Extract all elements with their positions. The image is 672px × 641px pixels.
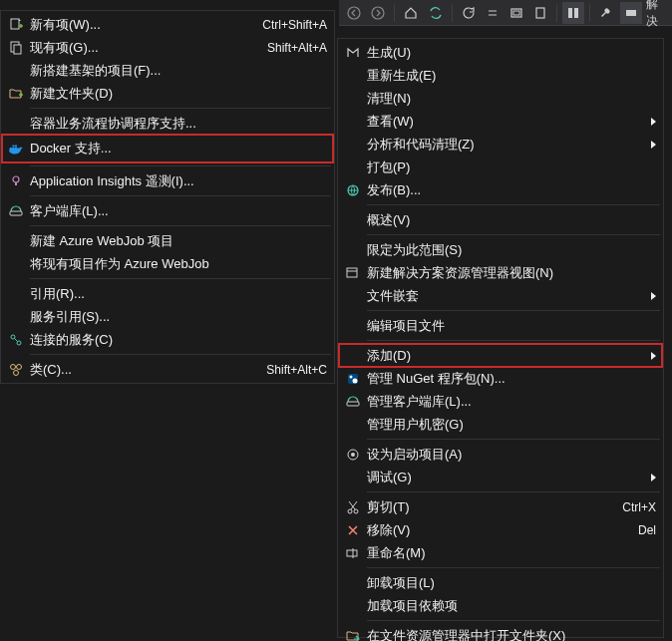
properties-icon[interactable] — [529, 2, 551, 24]
preview-icon[interactable] — [562, 2, 584, 24]
menu-item[interactable]: 查看(W) — [339, 110, 662, 133]
menu-item-shortcut: Ctrl+X — [612, 500, 656, 514]
menu-item[interactable]: 新建解决方案资源管理器视图(N) — [339, 261, 662, 284]
menu-item[interactable]: 新建文件夹(D) — [2, 82, 333, 105]
svg-rect-24 — [347, 268, 357, 277]
menu-item-shortcut: Ctrl+Shift+A — [252, 18, 327, 32]
menu-item[interactable]: 清理(N) — [339, 87, 662, 110]
collapse-icon[interactable] — [482, 2, 504, 24]
menu-item-label: 发布(B)... — [367, 181, 656, 199]
menu-item-label: 调试(G) — [367, 469, 645, 486]
menu-item[interactable]: 现有项(G)...Shift+Alt+A — [2, 36, 333, 59]
menu-item-label: 连接的服务(C) — [30, 331, 327, 349]
refresh-icon[interactable] — [458, 2, 480, 24]
menu-item-label: 卸载项目(L) — [367, 574, 656, 592]
menu-item[interactable]: 新搭建基架的项目(F)... — [2, 59, 333, 82]
cut-icon — [339, 499, 367, 515]
submenu-arrow-icon — [651, 118, 656, 126]
menu-item[interactable]: 分析和代码清理(Z) — [339, 133, 662, 156]
menu-item-shortcut: Del — [628, 523, 656, 537]
wrench-icon[interactable] — [595, 2, 617, 24]
menu-item-label: 类(C)... — [30, 361, 256, 379]
menu-item[interactable]: 加载项目依赖项 — [339, 594, 662, 617]
menu-item[interactable]: 连接的服务(C) — [2, 328, 333, 351]
menu-item[interactable]: 剪切(T)Ctrl+X — [339, 495, 662, 518]
svg-rect-14 — [13, 146, 15, 148]
menu-item[interactable]: 限定为此范围(S) — [339, 238, 662, 261]
menu-item-label: 新建 Azure WebJob 项目 — [30, 232, 327, 250]
menu-item-label: 管理客户端库(L)... — [367, 393, 656, 411]
menu-item-label: 分析和代码清理(Z) — [367, 136, 645, 154]
menu-item-label: 编辑项目文件 — [367, 317, 656, 335]
show-all-icon[interactable] — [505, 2, 527, 24]
menu-item[interactable]: 概述(V) — [339, 208, 662, 231]
menu-item[interactable]: 管理客户端库(L)... — [339, 390, 662, 413]
menu-item[interactable]: 管理用户机密(G) — [339, 413, 662, 436]
submenu-arrow-icon — [651, 474, 656, 481]
toggle-icon[interactable] — [620, 2, 642, 24]
menu-item-label: 移除(V) — [367, 521, 628, 539]
sync-icon[interactable] — [424, 2, 446, 24]
menu-item[interactable]: 类(C)...Shift+Alt+C — [2, 358, 333, 381]
menu-item[interactable]: 设为启动项目(A) — [339, 443, 662, 466]
menu-item-label: 剪切(T) — [367, 498, 612, 516]
nuget-icon — [339, 371, 367, 387]
menu-item-label: 客户端库(L)... — [30, 202, 327, 220]
menu-item[interactable]: 编辑项目文件 — [339, 314, 662, 337]
menu-item[interactable]: 客户端库(L)... — [2, 199, 333, 222]
menu-item[interactable]: 调试(G) — [339, 466, 662, 488]
app-insights-icon — [2, 173, 30, 189]
menu-item[interactable]: 管理 NuGet 程序包(N)... — [339, 367, 662, 390]
svg-rect-5 — [568, 8, 572, 18]
svg-rect-17 — [10, 211, 22, 215]
submenu-arrow-icon — [651, 352, 656, 360]
menu-item-label: 新有项(W)... — [30, 16, 252, 34]
svg-point-32 — [354, 509, 358, 513]
startup-icon — [339, 447, 367, 463]
menu-item-label: 引用(R)... — [30, 285, 327, 303]
top-toolbar: 解决 — [339, 0, 672, 26]
menu-item[interactable]: 重新生成(E) — [339, 64, 662, 87]
rename-icon — [339, 545, 367, 561]
menu-item[interactable]: 将现有项目作为 Azure WebJob — [2, 252, 333, 275]
menu-item[interactable]: 发布(B)... — [339, 178, 662, 201]
svg-point-0 — [348, 7, 360, 19]
svg-rect-15 — [15, 146, 17, 148]
menu-item[interactable]: 容器业务流程协调程序支持... — [2, 112, 333, 135]
menu-item[interactable]: 打包(P) — [339, 156, 662, 178]
svg-point-21 — [17, 364, 22, 369]
menu-item[interactable]: 生成(U) — [339, 41, 662, 64]
menu-item[interactable]: 卸载项目(L) — [339, 571, 662, 594]
menu-item[interactable]: Application Insights 遥测(I)... — [2, 169, 333, 192]
menu-item-label: 限定为此范围(S) — [367, 241, 656, 259]
submenu-arrow-icon — [651, 141, 656, 149]
menu-item[interactable]: 文件嵌套 — [339, 284, 662, 307]
svg-point-20 — [11, 364, 16, 369]
svg-point-30 — [351, 453, 355, 457]
menu-item-shortcut: Shift+Alt+C — [256, 363, 327, 377]
menu-item[interactable]: 引用(R)... — [2, 282, 333, 305]
menu-item-label: 清理(N) — [367, 90, 656, 108]
menu-item[interactable]: 服务引用(S)... — [2, 305, 333, 328]
project-context-menu: 生成(U)重新生成(E)清理(N)查看(W)分析和代码清理(Z)打包(P)发布(… — [337, 38, 664, 638]
svg-rect-28 — [347, 402, 359, 406]
home-icon[interactable] — [400, 2, 422, 24]
menu-item-label: 打包(P) — [367, 159, 656, 176]
menu-item[interactable]: 新建 Azure WebJob 项目 — [2, 229, 333, 252]
add-submenu: 新有项(W)...Ctrl+Shift+A现有项(G)...Shift+Alt+… — [0, 10, 335, 384]
svg-point-19 — [17, 341, 21, 345]
menu-item[interactable]: 新有项(W)...Ctrl+Shift+A — [2, 13, 333, 36]
svg-rect-8 — [11, 19, 19, 29]
menu-item[interactable]: 添加(D) — [339, 344, 662, 367]
menu-item[interactable]: 在文件资源管理器中打开文件夹(X) — [339, 624, 662, 641]
remove-icon — [339, 522, 367, 538]
back-icon[interactable] — [343, 2, 365, 24]
panel-title: 解决 — [646, 0, 668, 30]
menu-item[interactable]: 移除(V)Del — [339, 518, 662, 541]
menu-item-shortcut: Shift+Alt+A — [257, 41, 327, 55]
menu-item[interactable]: 重命名(M) — [339, 541, 662, 564]
menu-item-label: 设为启动项目(A) — [367, 446, 656, 464]
menu-item[interactable]: Docker 支持... — [2, 135, 333, 162]
forward-icon[interactable] — [367, 2, 389, 24]
class-icon — [2, 362, 30, 378]
